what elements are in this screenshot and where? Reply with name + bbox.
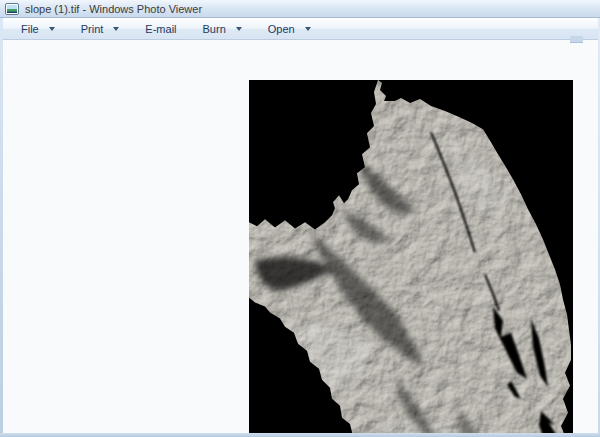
menu-item-label: Print — [81, 23, 104, 35]
titlebar: slope (1).tif - Windows Photo Viewer — [0, 0, 600, 18]
image-canvas — [249, 80, 573, 437]
menu-item-open[interactable]: Open — [257, 20, 322, 38]
chevron-down-icon — [49, 27, 55, 31]
window-title: slope (1).tif - Windows Photo Viewer — [25, 3, 202, 15]
menu-item-label: File — [21, 23, 39, 35]
window-border-bottom — [0, 433, 600, 437]
slope-raster-image — [249, 80, 573, 437]
menubar: File Print E-mail Burn Open — [0, 18, 600, 40]
window-border-left — [0, 18, 3, 437]
menu-item-print[interactable]: Print — [70, 20, 131, 38]
window-fragment — [570, 36, 583, 43]
photo-viewer-icon[interactable] — [5, 3, 19, 15]
chevron-down-icon — [113, 27, 119, 31]
chevron-down-icon — [236, 27, 242, 31]
menu-item-file[interactable]: File — [10, 20, 66, 38]
content-area — [3, 40, 598, 433]
menu-item-label: Burn — [203, 23, 226, 35]
chevron-down-icon — [305, 27, 311, 31]
menu-item-label: Open — [268, 23, 295, 35]
photo-viewer-window: slope (1).tif - Windows Photo Viewer Fil… — [0, 0, 600, 437]
menu-item-label: E-mail — [145, 23, 176, 35]
menu-item-email[interactable]: E-mail — [134, 20, 187, 38]
menu-item-burn[interactable]: Burn — [192, 20, 253, 38]
